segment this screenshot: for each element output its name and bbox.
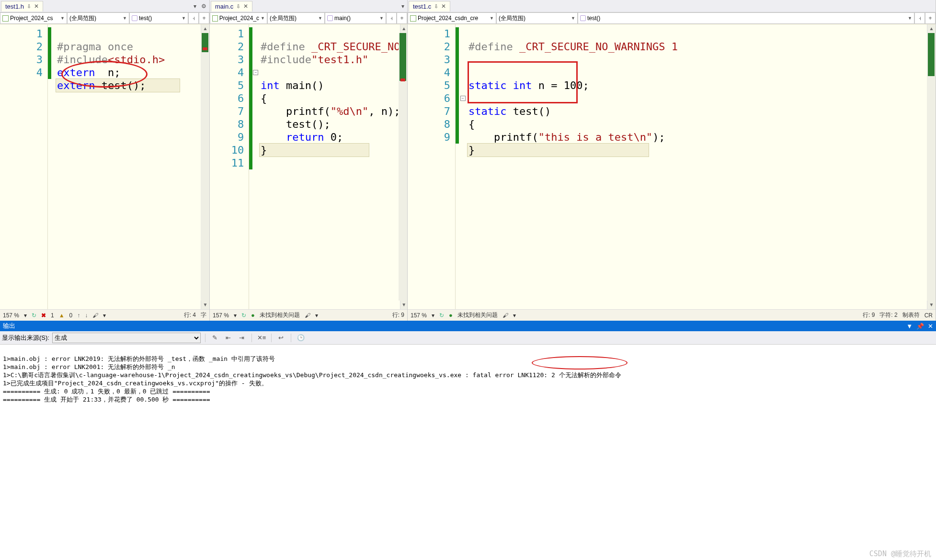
- close-icon[interactable]: ✕: [34, 3, 39, 10]
- nav-bar: Project_2024_cs▼ (全局范围)▼ test()▼ ⫞ +: [0, 12, 209, 24]
- change-bar: [456, 24, 459, 309]
- tab-test1-c[interactable]: test1.c ⇩ ✕: [409, 1, 450, 11]
- function-selector[interactable]: main()▼: [325, 12, 386, 24]
- function-icon: [132, 15, 137, 21]
- tab-strip: test1.c ⇩ ✕: [408, 0, 936, 12]
- function-selector[interactable]: test()▼: [578, 12, 914, 24]
- brush-icon[interactable]: 🖌: [305, 312, 310, 319]
- chevron-down-icon[interactable]: ▾: [315, 312, 318, 319]
- split-button[interactable]: ⫞: [914, 12, 925, 24]
- nav-bar: Project_2024_csdn_cre▼ (全局范围)▼ test()▼ ⫞…: [408, 12, 936, 24]
- chevron-down-icon: ▼: [379, 16, 384, 21]
- nav-down-icon[interactable]: ↓: [85, 312, 88, 319]
- add-button[interactable]: +: [199, 12, 209, 24]
- pin-icon[interactable]: ⇩: [27, 3, 31, 10]
- watermark: CSDN @睡觉待开机: [869, 550, 931, 558]
- vertical-scrollbar[interactable]: ▲ ▼: [201, 24, 209, 309]
- close-icon[interactable]: ✕: [243, 3, 248, 10]
- ok-icon: ●: [251, 312, 255, 319]
- tab-strip: test1.h ⇩ ✕ ▾ ⚙: [0, 0, 209, 12]
- prev-icon[interactable]: ⇤: [223, 333, 234, 343]
- chevron-down-icon[interactable]: ▾: [103, 312, 106, 319]
- output-source-select[interactable]: 生成: [52, 333, 201, 343]
- code-area[interactable]: #pragma once #include<stdio.h> extern n;…: [51, 24, 201, 309]
- change-bar: [48, 24, 51, 309]
- scroll-up-icon[interactable]: ▲: [927, 24, 936, 33]
- dropdown-icon[interactable]: ▼: [906, 323, 913, 330]
- code-editor[interactable]: 123456789 − #define _CRT_SECURE_NO_WARNI…: [408, 24, 936, 309]
- refresh-icon[interactable]: ↻: [439, 312, 444, 319]
- scroll-up-icon[interactable]: ▲: [201, 24, 209, 33]
- refresh-icon[interactable]: ↻: [241, 312, 246, 319]
- scope-selector[interactable]: (全局范围)▼: [67, 12, 129, 24]
- chevron-down-icon[interactable]: ▾: [234, 312, 237, 319]
- fold-icon[interactable]: −: [253, 70, 258, 75]
- vertical-scrollbar[interactable]: ▲ ▼: [400, 24, 407, 309]
- zoom-level[interactable]: 157 %: [213, 312, 229, 319]
- zoom-level[interactable]: 157 %: [411, 312, 427, 319]
- overview-ruler: [399, 33, 407, 301]
- refresh-icon[interactable]: ↻: [32, 312, 36, 319]
- pin-icon[interactable]: ⇩: [434, 3, 438, 10]
- tab-test1-h[interactable]: test1.h ⇩ ✕: [1, 1, 43, 11]
- scroll-down-icon[interactable]: ▼: [201, 301, 209, 309]
- chevron-down-icon: ▼: [318, 16, 322, 21]
- chevron-down-icon[interactable]: ▾: [24, 312, 27, 319]
- brush-icon[interactable]: 🖌: [502, 312, 508, 319]
- scope-selector[interactable]: (全局范围)▼: [496, 12, 578, 24]
- brush-icon[interactable]: 🖌: [92, 312, 98, 319]
- vertical-scrollbar[interactable]: ▲ ▼: [927, 24, 936, 309]
- status-msg: 未找到相关问题: [260, 311, 300, 319]
- pin-icon[interactable]: ⇩: [236, 3, 240, 10]
- split-button[interactable]: ⫞: [386, 12, 397, 24]
- code-area[interactable]: #define _CRT_SECURE_NO #include"test1.h"…: [259, 24, 400, 309]
- code-area[interactable]: #define _CRT_SECURE_NO_WARNINGS 1 static…: [467, 24, 927, 309]
- line-gutter: 123456789: [408, 24, 456, 309]
- add-button[interactable]: +: [397, 12, 407, 24]
- chevron-down-icon: ▼: [261, 16, 265, 21]
- output-line: ========== 生成 开始于 21:33，并花费了 00.500 秒 ==…: [3, 396, 210, 403]
- tab-dropdown-icon[interactable]: ▾: [192, 3, 198, 10]
- clear-icon[interactable]: ✕≡: [256, 333, 267, 343]
- project-selector[interactable]: Project_2024_c▼: [210, 12, 267, 24]
- function-selector[interactable]: test()▼: [129, 12, 188, 24]
- scroll-down-icon[interactable]: ▼: [400, 301, 407, 309]
- project-selector[interactable]: Project_2024_csdn_cre▼: [408, 12, 496, 24]
- next-icon[interactable]: ⇥: [237, 333, 247, 343]
- tab-main-c[interactable]: main.c ⇩ ✕: [211, 1, 252, 11]
- output-body[interactable]: 1>main.obj : error LNK2019: 无法解析的外部符号 _t…: [0, 345, 936, 560]
- line-gutter: 1234567891011: [210, 24, 249, 309]
- chevron-down-icon[interactable]: ▾: [432, 312, 434, 319]
- code-editor[interactable]: 1234567891011 − #define _CRT_SECURE_NO #…: [210, 24, 407, 309]
- status-msg: 未找到相关问题: [457, 311, 498, 319]
- pin-icon[interactable]: 📌: [916, 323, 924, 330]
- fold-icon[interactable]: −: [460, 96, 466, 101]
- line-indicator: 行: 4: [184, 311, 196, 319]
- scroll-up-icon[interactable]: ▲: [400, 24, 407, 33]
- tab-strip: main.c ⇩ ✕ ▾: [210, 0, 407, 12]
- split-button[interactable]: ⫞: [188, 12, 199, 24]
- code-editor[interactable]: 1 2 3 4 #pragma once #include<stdio.h> e…: [0, 24, 209, 309]
- tab-dropdown-icon[interactable]: ▾: [400, 3, 406, 10]
- close-icon[interactable]: ✕: [928, 323, 933, 330]
- project-selector[interactable]: Project_2024_cs▼: [0, 12, 67, 24]
- tab-label: main.c: [215, 3, 233, 10]
- close-icon[interactable]: ✕: [441, 3, 446, 10]
- add-button[interactable]: +: [925, 12, 936, 24]
- annotation-ellipse: [532, 356, 628, 370]
- zoom-level[interactable]: 157 %: [3, 312, 19, 319]
- line-gutter: 1 2 3 4: [0, 24, 48, 309]
- goto-icon[interactable]: ✎: [210, 333, 220, 343]
- clock-icon[interactable]: 🕒: [296, 333, 306, 343]
- error-icon[interactable]: ✖: [41, 312, 46, 319]
- editor-pane-main-c: main.c ⇩ ✕ ▾ Project_2024_c▼ (全局范围)▼ mai…: [210, 0, 408, 321]
- wrap-icon[interactable]: ↩: [276, 333, 286, 343]
- nav-up-icon[interactable]: ↑: [77, 312, 80, 319]
- scroll-down-icon[interactable]: ▼: [927, 301, 936, 309]
- project-icon: [410, 15, 416, 22]
- gear-icon[interactable]: ⚙: [199, 3, 208, 10]
- warning-icon[interactable]: ▲: [59, 312, 65, 319]
- chevron-down-icon[interactable]: ▾: [513, 312, 516, 319]
- scope-selector[interactable]: (全局范围)▼: [267, 12, 325, 24]
- editor-status-bar: 157 %▾ ↻ ●未找到相关问题 🖌▾ 行: 9: [210, 309, 407, 321]
